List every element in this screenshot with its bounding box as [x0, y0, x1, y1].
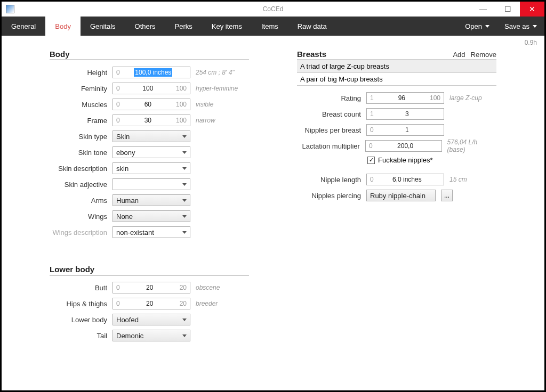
frame-hint: narrow: [196, 117, 215, 124]
app-icon: [6, 5, 14, 13]
lactation-hint: 576,04 L/h (base): [447, 138, 496, 153]
fuckable-checkbox-row[interactable]: ✓ Fuckable nipples*: [367, 156, 496, 164]
content: 0.9h Body Height 0100,0 inches 254 cm ; …: [2, 36, 544, 390]
wings-desc-label: Wings description: [50, 228, 107, 236]
height-label: Height: [50, 69, 107, 77]
checkbox-icon: ✓: [367, 157, 375, 164]
chevron-down-icon: [182, 334, 187, 337]
nipples-per-input[interactable]: 01: [366, 124, 444, 136]
hips-hint: breeder: [196, 300, 218, 307]
feminity-label: Feminity: [50, 85, 107, 93]
chevron-down-icon: [182, 135, 187, 138]
titlebar: CoCEd — ☐ ✕: [2, 2, 544, 17]
frame-label: Frame: [50, 117, 107, 125]
breast-row-0[interactable]: A triad of large Z-cup breasts: [297, 60, 496, 73]
tab-items[interactable]: Items: [252, 17, 288, 36]
chevron-down-icon: [182, 318, 187, 321]
minimize-button[interactable]: —: [471, 2, 495, 17]
right-column: Breasts Add Remove A triad of large Z-cu…: [297, 41, 496, 390]
remove-button[interactable]: Remove: [471, 51, 496, 59]
chevron-down-icon: [182, 199, 187, 202]
tab-body[interactable]: Body: [45, 17, 81, 36]
window-controls: — ☐ ✕: [471, 2, 544, 17]
section-lower-title: Lower body: [50, 265, 249, 275]
chevron-down-icon: [182, 151, 187, 154]
chevron-down-icon: [182, 231, 187, 234]
arms-label: Arms: [50, 197, 107, 205]
chevron-down-icon: [182, 215, 187, 218]
height-hint: 254 cm ; 8' 4": [196, 69, 235, 76]
section-breasts-title: Breasts: [297, 50, 326, 59]
skin-adj-label: Skin adjective: [50, 181, 107, 189]
left-column: Body Height 0100,0 inches 254 cm ; 8' 4"…: [50, 41, 249, 390]
rating-input[interactable]: 196100: [366, 92, 444, 104]
save-as-menu[interactable]: Save as: [497, 17, 544, 36]
section-breasts-head: Breasts Add Remove: [297, 50, 496, 60]
window-title: CoCEd: [263, 5, 284, 13]
caret-down-icon: [485, 25, 489, 28]
tab-raw-data[interactable]: Raw data: [288, 17, 336, 36]
height-input[interactable]: 0100,0 inches: [113, 67, 190, 78]
lactation-label: Lactation multiplier: [297, 142, 360, 150]
skin-adj-combo[interactable]: [113, 178, 190, 190]
nipple-len-hint: 15 cm: [449, 176, 467, 183]
open-menu[interactable]: Open: [457, 17, 497, 36]
caret-down-icon: [533, 25, 537, 28]
skin-desc-label: Skin description: [50, 165, 107, 173]
lactation-input[interactable]: 0200,0: [365, 140, 442, 152]
feminity-input[interactable]: 0100100: [113, 83, 190, 94]
feminity-hint: hyper-feminine: [196, 85, 238, 92]
skin-type-label: Skin type: [50, 133, 107, 141]
wings-label: Wings: [50, 213, 107, 220]
frame-input[interactable]: 030100: [113, 115, 190, 126]
tab-others[interactable]: Others: [125, 17, 165, 36]
app-window: CoCEd — ☐ ✕ General Body Genitals Others…: [2, 2, 544, 390]
muscles-label: Muscles: [50, 101, 107, 109]
skin-tone-label: Skin tone: [50, 149, 107, 157]
nipple-len-input[interactable]: 06,0 inches: [366, 174, 444, 185]
save-as-label: Save as: [504, 22, 529, 30]
open-label: Open: [465, 22, 482, 30]
butt-label: Butt: [50, 284, 107, 292]
lower-body-combo[interactable]: Hoofed: [113, 314, 190, 325]
tab-genitals[interactable]: Genitals: [81, 17, 125, 36]
nipple-len-label: Nipple length: [297, 176, 361, 184]
hips-label: Hips & thighs: [50, 300, 107, 308]
section-body-title: Body: [50, 50, 249, 60]
tab-general[interactable]: General: [2, 17, 45, 36]
arms-combo[interactable]: Human: [113, 194, 190, 206]
skin-desc-combo[interactable]: skin: [113, 162, 190, 174]
wings-combo[interactable]: None: [113, 210, 190, 222]
piercing-combo[interactable]: Ruby nipple-chain: [366, 190, 436, 201]
fuckable-label: Fuckable nipples*: [378, 156, 433, 164]
wings-desc-combo[interactable]: non-existant: [113, 226, 190, 238]
skin-type-combo[interactable]: Skin: [113, 130, 190, 142]
rating-label: Rating: [297, 94, 361, 102]
close-button[interactable]: ✕: [520, 2, 544, 17]
add-button[interactable]: Add: [453, 51, 465, 59]
version-label: 0.9h: [525, 39, 537, 46]
tab-perks[interactable]: Perks: [165, 17, 202, 36]
breast-count-input[interactable]: 13: [366, 108, 444, 120]
tab-key-items[interactable]: Key items: [202, 17, 252, 36]
butt-input[interactable]: 02020: [113, 282, 190, 293]
breast-count-label: Breast count: [297, 110, 361, 118]
rating-hint: large Z-cup: [449, 94, 482, 102]
chevron-down-icon: [182, 183, 187, 186]
menubar: General Body Genitals Others Perks Key i…: [2, 17, 544, 36]
lower-body-label: Lower body: [50, 316, 107, 324]
muscles-hint: visible: [196, 101, 213, 108]
muscles-input[interactable]: 060100: [113, 99, 190, 110]
tail-label: Tail: [50, 332, 107, 340]
piercing-more-button[interactable]: ...: [441, 190, 453, 201]
nipples-per-label: Nipples per breast: [297, 126, 361, 134]
skin-tone-combo[interactable]: ebony: [113, 146, 190, 158]
hips-input[interactable]: 02020: [113, 298, 190, 309]
tail-combo[interactable]: Demonic: [113, 330, 190, 341]
chevron-down-icon: [182, 167, 187, 170]
maximize-button[interactable]: ☐: [495, 2, 520, 17]
breast-row-1[interactable]: A pair of big M-cup breasts: [297, 73, 496, 86]
piercing-label: Nipples piercing: [297, 192, 361, 200]
butt-hint: obscene: [196, 284, 220, 291]
